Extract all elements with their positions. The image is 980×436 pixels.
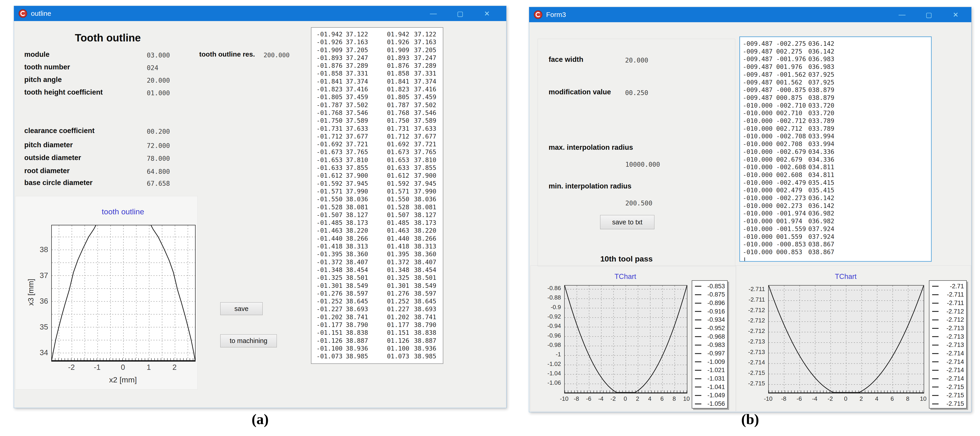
- tool-path-row[interactable]: -009.487002.275036.142: [743, 48, 931, 56]
- tool-path-row[interactable]: -009.487-001.562037.925: [743, 71, 931, 78]
- tool-path-row[interactable]: -010.000002.273036.142: [743, 202, 931, 210]
- save-button[interactable]: save: [220, 302, 262, 315]
- tool-path-row[interactable]: -009.487-001.976036.983: [743, 55, 931, 63]
- tool-path-row[interactable]: -010.000002.708033.994: [743, 140, 931, 148]
- titlebar[interactable]: outline — ▢ ✕: [14, 6, 506, 21]
- titlebar[interactable]: Form3 — ▢ ✕: [529, 7, 971, 22]
- outline-point-row[interactable]: -01.78737.50201.78737.502: [317, 101, 443, 109]
- outline-point-row[interactable]: -01.67337.76501.67337.765: [317, 148, 443, 156]
- tool-path-row[interactable]: -010.000-002.708033.994: [743, 132, 931, 140]
- list-cell: 38.266: [414, 235, 443, 242]
- outline-point-row[interactable]: -01.69237.72101.69237.721: [317, 140, 443, 148]
- param-label: module: [24, 50, 49, 59]
- tool-path-row[interactable]: -010.000002.712033.789: [743, 125, 931, 132]
- tool-path-row[interactable]: -010.000-002.273036.142: [743, 194, 931, 202]
- plot-area: [51, 225, 196, 361]
- close-icon[interactable]: ✕: [942, 7, 969, 22]
- list-cell: -01.823: [317, 86, 346, 93]
- outline-point-row[interactable]: -01.27638.59701.27638.597: [317, 290, 443, 298]
- maximize-icon[interactable]: ▢: [915, 7, 942, 22]
- outline-point-row[interactable]: -01.89337.24701.89337.247: [317, 54, 443, 62]
- outline-point-row[interactable]: -01.63337.85501.63337.855: [317, 164, 443, 172]
- tool-path-row[interactable]: -009.487001.976036.983: [743, 63, 931, 71]
- list-cell: 37.990: [346, 188, 387, 195]
- y-axis-tick: -0.86: [536, 285, 561, 292]
- outline-point-row[interactable]: -01.85837.33101.85837.331: [317, 70, 443, 77]
- tool-path-row[interactable]: -010.000-002.479035.415: [743, 179, 931, 187]
- outline-point-row[interactable]: -01.57137.99001.57137.990: [317, 188, 443, 195]
- outline-point-row[interactable]: -01.32538.50101.32538.501: [317, 274, 443, 282]
- outline-point-row[interactable]: -01.10038.93601.10038.936: [317, 345, 443, 352]
- outline-points-list[interactable]: -01.94237.12201.94237.122-01.92637.16301…: [311, 27, 443, 364]
- tool-path-row[interactable]: -010.000002.679034.336: [743, 156, 931, 164]
- outline-point-row[interactable]: -01.65337.81001.65337.810: [317, 156, 443, 164]
- minimize-icon[interactable]: —: [420, 6, 447, 21]
- tool-path-row[interactable]: -010.000-002.712033.789: [743, 117, 931, 125]
- outline-point-row[interactable]: -01.76837.54601.76837.546: [317, 109, 443, 117]
- tool-path-row[interactable]: -010.000-002.608034.811: [743, 163, 931, 171]
- outline-point-row[interactable]: -01.39538.36001.39538.360: [317, 250, 443, 258]
- outline-point-row[interactable]: -01.59237.94501.59237.945: [317, 180, 443, 188]
- outline-point-row[interactable]: -01.52838.08101.52838.081: [317, 203, 443, 211]
- tool-path-row[interactable]: -009.487001.562037.925: [743, 78, 931, 86]
- legend-value: -2.715: [947, 400, 964, 407]
- legend-row: -1.041: [695, 383, 725, 391]
- tool-path-row[interactable]: -010.000002.608034.811: [743, 171, 931, 179]
- to-machining-button[interactable]: to machining: [220, 334, 277, 347]
- legend-dash-icon: [932, 294, 939, 295]
- outline-point-row[interactable]: -01.87637.28901.87637.289: [317, 62, 443, 70]
- tool-path-row[interactable]: -010.000-001.559037.924: [743, 225, 931, 233]
- close-icon[interactable]: ✕: [474, 6, 500, 21]
- save-to-txt-button[interactable]: save to txt: [600, 215, 654, 229]
- outline-point-row[interactable]: -01.48538.17301.48538.173: [317, 219, 443, 227]
- figure-caption-b: (b): [722, 411, 778, 428]
- tool-path-row[interactable]: -010.000-002.710033.720: [743, 102, 931, 110]
- outline-point-row[interactable]: -01.50738.12701.50738.127: [317, 211, 443, 219]
- outline-point-row[interactable]: -01.37238.40701.37238.407: [317, 258, 443, 266]
- outline-point-row[interactable]: -01.82337.41601.82337.416: [317, 86, 443, 93]
- tool-path-row[interactable]: -009.487-000.875038.879: [743, 86, 931, 94]
- outline-point-row[interactable]: -01.44038.26601.44038.266: [317, 235, 443, 242]
- y-axis-tick: -2.715: [739, 380, 765, 387]
- list-cell: 01.463: [387, 227, 414, 234]
- outline-point-row[interactable]: -01.22738.69301.22738.693: [317, 305, 443, 313]
- outline-point-row[interactable]: -01.84137.37401.84137.374: [317, 78, 443, 86]
- outline-point-row[interactable]: -01.71237.67701.71237.677: [317, 132, 443, 140]
- tool-path-row[interactable]: -010.000000.853038.867: [743, 248, 931, 256]
- outline-point-row[interactable]: -01.90937.20501.90937.205: [317, 46, 443, 54]
- tool-path-row[interactable]: -010.000002.479035.415: [743, 186, 931, 194]
- outline-point-row[interactable]: -01.17738.79001.17738.790: [317, 321, 443, 329]
- outline-point-row[interactable]: -01.46338.22001.46338.220: [317, 227, 443, 234]
- tool-path-row[interactable]: -010.000002.710033.720: [743, 109, 931, 117]
- list-cell: 01.252: [387, 298, 414, 305]
- outline-point-row[interactable]: -01.12638.88701.12638.887: [317, 337, 443, 345]
- outline-point-row[interactable]: -01.30138.54901.30138.549: [317, 282, 443, 290]
- tool-path-points-list[interactable]: -009.487-002.275036.142-009.487002.27503…: [739, 37, 932, 262]
- outline-point-row[interactable]: -01.73137.63301.73137.633: [317, 125, 443, 132]
- outline-point-row[interactable]: -01.75037.58901.75037.589: [317, 117, 443, 124]
- outline-point-row[interactable]: -01.20238.74101.20238.741: [317, 313, 443, 321]
- list-cell: 037.924: [808, 233, 931, 241]
- outline-point-row[interactable]: -01.61237.90001.61237.900: [317, 172, 443, 180]
- tool-path-row[interactable]: -010.000-000.853038.867: [743, 240, 931, 248]
- outline-point-row[interactable]: -01.55038.03601.55038.036: [317, 195, 443, 203]
- tool-path-row[interactable]: -009.487-002.275036.142: [743, 40, 931, 48]
- tool-path-row[interactable]: -010.000001.559037.924: [743, 233, 931, 241]
- outline-point-row[interactable]: -01.80537.45901.80537.459: [317, 93, 443, 101]
- outline-point-row[interactable]: -01.41838.31301.41838.313: [317, 242, 443, 250]
- tool-path-row[interactable]: -010.000-002.679034.336: [743, 148, 931, 156]
- outline-point-row[interactable]: -01.15138.83801.15138.838: [317, 329, 443, 337]
- outline-point-row[interactable]: -01.92637.16301.92637.163: [317, 38, 443, 46]
- minimize-icon[interactable]: —: [889, 7, 915, 22]
- outline-point-row[interactable]: -01.07338.98501.07338.985: [317, 352, 443, 360]
- tool-path-row[interactable]: -010.000001.974036.982: [743, 217, 931, 225]
- maximize-icon[interactable]: ▢: [447, 6, 474, 21]
- tool-path-row[interactable]: -009.487000.875038.879: [743, 94, 931, 102]
- outline-point-row[interactable]: -01.94237.12201.94237.122: [317, 30, 443, 38]
- outline-point-row[interactable]: -01.25238.64501.25238.645: [317, 298, 443, 305]
- outline-point-row[interactable]: -01.34838.45401.34838.454: [317, 266, 443, 274]
- tool-path-row[interactable]: -010.000-001.974036.982: [743, 210, 931, 217]
- list-cell: 37.900: [414, 172, 443, 180]
- param-value: 00.200: [147, 128, 170, 135]
- list-cell: 036.982: [808, 217, 931, 225]
